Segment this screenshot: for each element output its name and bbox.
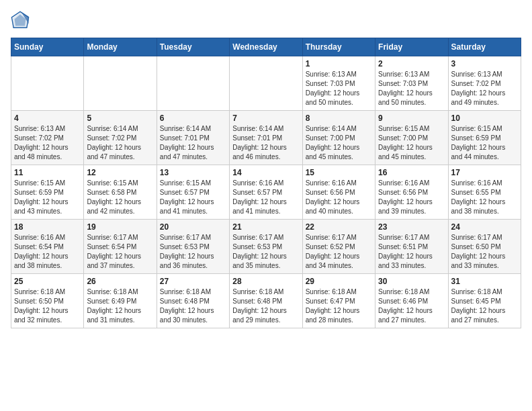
day-number: 28 — [232, 277, 299, 286]
calendar-cell: 28Sunrise: 6:18 AM Sunset: 6:48 PM Dayli… — [230, 274, 302, 328]
day-info: Sunrise: 6:15 AM Sunset: 6:57 PM Dayligh… — [160, 179, 226, 216]
calendar-cell: 29Sunrise: 6:18 AM Sunset: 6:47 PM Dayli… — [302, 274, 375, 328]
day-number: 6 — [160, 113, 226, 123]
day-info: Sunrise: 6:17 AM Sunset: 6:54 PM Dayligh… — [87, 233, 153, 271]
calendar-cell: 4Sunrise: 6:13 AM Sunset: 7:02 PM Daylig… — [11, 111, 84, 165]
calendar-week-row: 18Sunrise: 6:16 AM Sunset: 6:54 PM Dayli… — [11, 220, 521, 274]
day-number: 3 — [451, 59, 518, 68]
day-number: 19 — [87, 222, 153, 232]
calendar-cell — [84, 56, 157, 111]
day-of-week-header: Friday — [375, 38, 448, 56]
day-info: Sunrise: 6:16 AM Sunset: 6:54 PM Dayligh… — [14, 233, 81, 271]
calendar-cell: 11Sunrise: 6:15 AM Sunset: 6:59 PM Dayli… — [11, 165, 84, 220]
day-info: Sunrise: 6:15 AM Sunset: 6:59 PM Dayligh… — [14, 179, 81, 216]
day-number: 22 — [306, 222, 372, 232]
day-info: Sunrise: 6:17 AM Sunset: 6:50 PM Dayligh… — [451, 233, 518, 271]
day-number: 25 — [14, 277, 81, 286]
day-number: 16 — [378, 168, 445, 177]
calendar-cell: 24Sunrise: 6:17 AM Sunset: 6:50 PM Dayli… — [448, 220, 521, 274]
calendar-cell: 18Sunrise: 6:16 AM Sunset: 6:54 PM Dayli… — [11, 220, 84, 274]
calendar-cell: 16Sunrise: 6:16 AM Sunset: 6:56 PM Dayli… — [375, 165, 448, 220]
calendar-cell: 2Sunrise: 6:13 AM Sunset: 7:03 PM Daylig… — [375, 56, 448, 111]
calendar-cell: 8Sunrise: 6:14 AM Sunset: 7:00 PM Daylig… — [302, 111, 375, 165]
calendar-cell: 5Sunrise: 6:14 AM Sunset: 7:02 PM Daylig… — [84, 111, 157, 165]
calendar-cell: 25Sunrise: 6:18 AM Sunset: 6:50 PM Dayli… — [11, 274, 84, 328]
day-number: 27 — [160, 277, 226, 286]
calendar-cell: 22Sunrise: 6:17 AM Sunset: 6:52 PM Dayli… — [302, 220, 375, 274]
calendar-cell — [157, 56, 229, 111]
day-info: Sunrise: 6:13 AM Sunset: 7:03 PM Dayligh… — [378, 70, 445, 107]
calendar-cell: 31Sunrise: 6:18 AM Sunset: 6:45 PM Dayli… — [448, 274, 521, 328]
calendar-cell: 27Sunrise: 6:18 AM Sunset: 6:48 PM Dayli… — [157, 274, 229, 328]
calendar-cell: 14Sunrise: 6:16 AM Sunset: 6:57 PM Dayli… — [230, 165, 302, 220]
day-of-week-header: Saturday — [448, 38, 521, 56]
day-number: 5 — [87, 113, 153, 123]
day-number: 20 — [160, 222, 226, 232]
day-info: Sunrise: 6:14 AM Sunset: 7:01 PM Dayligh… — [232, 124, 299, 162]
day-info: Sunrise: 6:18 AM Sunset: 6:46 PM Dayligh… — [378, 287, 445, 325]
day-number: 30 — [378, 277, 445, 286]
day-info: Sunrise: 6:14 AM Sunset: 7:01 PM Dayligh… — [160, 124, 226, 162]
calendar-cell: 17Sunrise: 6:16 AM Sunset: 6:55 PM Dayli… — [448, 165, 521, 220]
day-number: 29 — [306, 277, 372, 286]
day-number: 4 — [14, 113, 81, 123]
calendar-week-row: 11Sunrise: 6:15 AM Sunset: 6:59 PM Dayli… — [11, 165, 521, 220]
logo-icon — [11, 11, 30, 30]
day-number: 8 — [306, 113, 372, 123]
day-info: Sunrise: 6:18 AM Sunset: 6:47 PM Dayligh… — [306, 287, 372, 325]
day-number: 7 — [232, 113, 299, 123]
day-number: 23 — [378, 222, 445, 232]
day-number: 1 — [306, 59, 372, 68]
day-number: 12 — [87, 168, 153, 177]
day-info: Sunrise: 6:18 AM Sunset: 6:45 PM Dayligh… — [451, 287, 518, 325]
day-info: Sunrise: 6:17 AM Sunset: 6:53 PM Dayligh… — [232, 233, 299, 271]
day-number: 2 — [378, 59, 445, 68]
calendar-cell: 10Sunrise: 6:15 AM Sunset: 6:59 PM Dayli… — [448, 111, 521, 165]
calendar-cell: 26Sunrise: 6:18 AM Sunset: 6:49 PM Dayli… — [84, 274, 157, 328]
day-number: 18 — [14, 222, 81, 232]
day-of-week-header: Tuesday — [157, 38, 229, 56]
day-info: Sunrise: 6:15 AM Sunset: 6:58 PM Dayligh… — [87, 179, 153, 216]
day-info: Sunrise: 6:17 AM Sunset: 6:51 PM Dayligh… — [378, 233, 445, 271]
calendar-cell: 6Sunrise: 6:14 AM Sunset: 7:01 PM Daylig… — [157, 111, 229, 165]
day-of-week-header: Thursday — [302, 38, 375, 56]
day-info: Sunrise: 6:18 AM Sunset: 6:50 PM Dayligh… — [14, 287, 81, 325]
calendar-cell: 19Sunrise: 6:17 AM Sunset: 6:54 PM Dayli… — [84, 220, 157, 274]
calendar-table: SundayMondayTuesdayWednesdayThursdayFrid… — [11, 38, 521, 328]
page-header — [11, 11, 521, 30]
day-number: 9 — [378, 113, 445, 123]
calendar-cell: 20Sunrise: 6:17 AM Sunset: 6:53 PM Dayli… — [157, 220, 229, 274]
day-of-week-header: Monday — [84, 38, 157, 56]
day-info: Sunrise: 6:17 AM Sunset: 6:53 PM Dayligh… — [160, 233, 226, 271]
day-number: 11 — [14, 168, 81, 177]
day-info: Sunrise: 6:14 AM Sunset: 7:00 PM Dayligh… — [306, 124, 372, 162]
calendar-cell: 23Sunrise: 6:17 AM Sunset: 6:51 PM Dayli… — [375, 220, 448, 274]
day-info: Sunrise: 6:17 AM Sunset: 6:52 PM Dayligh… — [306, 233, 372, 271]
day-number: 21 — [232, 222, 299, 232]
day-info: Sunrise: 6:13 AM Sunset: 7:03 PM Dayligh… — [306, 70, 372, 107]
day-number: 26 — [87, 277, 153, 286]
calendar-week-row: 4Sunrise: 6:13 AM Sunset: 7:02 PM Daylig… — [11, 111, 521, 165]
calendar-cell: 1Sunrise: 6:13 AM Sunset: 7:03 PM Daylig… — [302, 56, 375, 111]
day-number: 31 — [451, 277, 518, 286]
day-number: 17 — [451, 168, 518, 177]
day-info: Sunrise: 6:16 AM Sunset: 6:56 PM Dayligh… — [306, 179, 372, 216]
calendar-cell — [230, 56, 302, 111]
calendar-cell: 12Sunrise: 6:15 AM Sunset: 6:58 PM Dayli… — [84, 165, 157, 220]
day-info: Sunrise: 6:13 AM Sunset: 7:02 PM Dayligh… — [451, 70, 518, 107]
calendar-week-row: 25Sunrise: 6:18 AM Sunset: 6:50 PM Dayli… — [11, 274, 521, 328]
calendar-cell: 21Sunrise: 6:17 AM Sunset: 6:53 PM Dayli… — [230, 220, 302, 274]
day-info: Sunrise: 6:16 AM Sunset: 6:57 PM Dayligh… — [232, 179, 299, 216]
calendar-cell: 7Sunrise: 6:14 AM Sunset: 7:01 PM Daylig… — [230, 111, 302, 165]
day-info: Sunrise: 6:16 AM Sunset: 6:55 PM Dayligh… — [451, 179, 518, 216]
day-of-week-header: Sunday — [11, 38, 84, 56]
calendar-cell: 3Sunrise: 6:13 AM Sunset: 7:02 PM Daylig… — [448, 56, 521, 111]
day-of-week-header: Wednesday — [230, 38, 302, 56]
day-info: Sunrise: 6:16 AM Sunset: 6:56 PM Dayligh… — [378, 179, 445, 216]
day-info: Sunrise: 6:13 AM Sunset: 7:02 PM Dayligh… — [14, 124, 81, 162]
day-number: 15 — [306, 168, 372, 177]
day-info: Sunrise: 6:18 AM Sunset: 6:48 PM Dayligh… — [160, 287, 226, 325]
day-number: 24 — [451, 222, 518, 232]
day-info: Sunrise: 6:15 AM Sunset: 7:00 PM Dayligh… — [378, 124, 445, 162]
calendar-cell: 30Sunrise: 6:18 AM Sunset: 6:46 PM Dayli… — [375, 274, 448, 328]
